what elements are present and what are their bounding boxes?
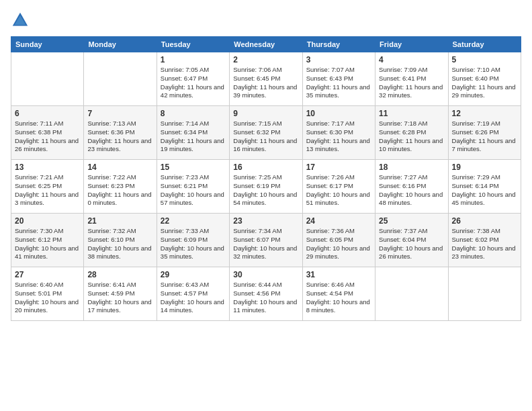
day-detail: Sunrise: 7:30 AM Sunset: 6:12 PM Dayligh… — [15, 227, 80, 261]
calendar-week-row: 6Sunrise: 7:11 AM Sunset: 6:38 PM Daylig… — [11, 106, 521, 160]
day-header-wednesday: Wednesday — [230, 37, 302, 52]
day-number: 18 — [379, 163, 444, 172]
calendar-table: SundayMondayTuesdayWednesdayThursdayFrid… — [11, 36, 521, 321]
calendar-cell: 13Sunrise: 7:21 AM Sunset: 6:25 PM Dayli… — [11, 160, 84, 214]
calendar-cell: 29Sunrise: 6:43 AM Sunset: 4:57 PM Dayli… — [157, 267, 229, 321]
day-detail: Sunrise: 7:13 AM Sunset: 6:36 PM Dayligh… — [87, 120, 152, 154]
day-detail: Sunrise: 7:07 AM Sunset: 6:43 PM Dayligh… — [306, 66, 371, 100]
day-number: 28 — [87, 270, 152, 279]
day-detail: Sunrise: 7:36 AM Sunset: 6:05 PM Dayligh… — [306, 227, 371, 261]
day-number: 20 — [15, 216, 80, 226]
calendar-cell: 1Sunrise: 7:05 AM Sunset: 6:47 PM Daylig… — [157, 52, 229, 106]
day-number: 25 — [379, 216, 444, 226]
day-header-sunday: Sunday — [11, 37, 84, 52]
day-detail: Sunrise: 7:23 AM Sunset: 6:21 PM Dayligh… — [161, 173, 226, 208]
day-detail: Sunrise: 7:21 AM Sunset: 6:25 PM Dayligh… — [15, 173, 80, 208]
calendar-week-row: 1Sunrise: 7:05 AM Sunset: 6:47 PM Daylig… — [11, 52, 521, 106]
day-header-monday: Monday — [84, 37, 157, 52]
day-detail: Sunrise: 6:46 AM Sunset: 4:54 PM Dayligh… — [306, 281, 371, 315]
day-number: 31 — [306, 270, 371, 279]
calendar-cell: 12Sunrise: 7:19 AM Sunset: 6:26 PM Dayli… — [448, 106, 521, 160]
calendar-cell: 30Sunrise: 6:44 AM Sunset: 4:56 PM Dayli… — [230, 267, 302, 321]
day-detail: Sunrise: 7:25 AM Sunset: 6:19 PM Dayligh… — [233, 173, 298, 208]
calendar-cell: 20Sunrise: 7:30 AM Sunset: 6:12 PM Dayli… — [11, 214, 84, 267]
day-number: 19 — [452, 163, 517, 172]
calendar-cell: 14Sunrise: 7:22 AM Sunset: 6:23 PM Dayli… — [84, 160, 157, 214]
day-number: 12 — [452, 109, 517, 118]
day-detail: Sunrise: 7:34 AM Sunset: 6:07 PM Dayligh… — [233, 227, 298, 261]
day-detail: Sunrise: 7:27 AM Sunset: 6:16 PM Dayligh… — [379, 173, 444, 208]
calendar-cell: 17Sunrise: 7:26 AM Sunset: 6:17 PM Dayli… — [302, 160, 375, 214]
calendar-cell: 18Sunrise: 7:27 AM Sunset: 6:16 PM Dayli… — [375, 160, 448, 214]
calendar-cell: 23Sunrise: 7:34 AM Sunset: 6:07 PM Dayli… — [230, 214, 302, 267]
day-detail: Sunrise: 6:43 AM Sunset: 4:57 PM Dayligh… — [161, 281, 226, 315]
page-header — [11, 11, 521, 30]
day-detail: Sunrise: 6:44 AM Sunset: 4:56 PM Dayligh… — [233, 281, 298, 315]
day-detail: Sunrise: 7:18 AM Sunset: 6:28 PM Dayligh… — [379, 120, 444, 154]
day-number: 9 — [233, 109, 298, 118]
day-number: 6 — [15, 109, 80, 118]
day-number: 16 — [233, 163, 298, 172]
day-number: 4 — [379, 55, 444, 64]
calendar-cell: 11Sunrise: 7:18 AM Sunset: 6:28 PM Dayli… — [375, 106, 448, 160]
calendar-week-row: 27Sunrise: 6:40 AM Sunset: 5:01 PM Dayli… — [11, 267, 521, 321]
day-detail: Sunrise: 6:41 AM Sunset: 4:59 PM Dayligh… — [87, 281, 152, 315]
day-detail: Sunrise: 7:29 AM Sunset: 6:14 PM Dayligh… — [452, 173, 517, 208]
day-number: 26 — [452, 216, 517, 226]
calendar-cell: 15Sunrise: 7:23 AM Sunset: 6:21 PM Dayli… — [157, 160, 229, 214]
day-header-thursday: Thursday — [302, 37, 375, 52]
calendar-cell — [84, 52, 157, 106]
calendar-cell — [11, 52, 84, 106]
calendar-cell: 4Sunrise: 7:09 AM Sunset: 6:41 PM Daylig… — [375, 52, 448, 106]
calendar-cell: 27Sunrise: 6:40 AM Sunset: 5:01 PM Dayli… — [11, 267, 84, 321]
calendar-cell: 9Sunrise: 7:15 AM Sunset: 6:32 PM Daylig… — [230, 106, 302, 160]
day-detail: Sunrise: 7:05 AM Sunset: 6:47 PM Dayligh… — [161, 66, 226, 100]
day-header-friday: Friday — [375, 37, 448, 52]
day-number: 22 — [161, 216, 226, 226]
day-detail: Sunrise: 7:10 AM Sunset: 6:40 PM Dayligh… — [452, 66, 517, 100]
day-header-saturday: Saturday — [448, 37, 521, 52]
calendar-cell: 8Sunrise: 7:14 AM Sunset: 6:34 PM Daylig… — [157, 106, 229, 160]
calendar-cell: 3Sunrise: 7:07 AM Sunset: 6:43 PM Daylig… — [302, 52, 375, 106]
day-number: 5 — [452, 55, 517, 64]
calendar-header-row: SundayMondayTuesdayWednesdayThursdayFrid… — [11, 37, 521, 52]
day-number: 8 — [161, 109, 226, 118]
day-header-tuesday: Tuesday — [157, 37, 229, 52]
day-number: 23 — [233, 216, 298, 226]
day-number: 3 — [306, 55, 371, 64]
day-number: 30 — [233, 270, 298, 279]
day-number: 13 — [15, 163, 80, 172]
day-detail: Sunrise: 7:17 AM Sunset: 6:30 PM Dayligh… — [306, 120, 371, 154]
calendar-cell — [448, 267, 521, 321]
calendar-cell: 10Sunrise: 7:17 AM Sunset: 6:30 PM Dayli… — [302, 106, 375, 160]
calendar-cell: 31Sunrise: 6:46 AM Sunset: 4:54 PM Dayli… — [302, 267, 375, 321]
day-detail: Sunrise: 7:26 AM Sunset: 6:17 PM Dayligh… — [306, 173, 371, 208]
calendar-cell: 28Sunrise: 6:41 AM Sunset: 4:59 PM Dayli… — [84, 267, 157, 321]
calendar-cell: 7Sunrise: 7:13 AM Sunset: 6:36 PM Daylig… — [84, 106, 157, 160]
calendar-cell: 22Sunrise: 7:33 AM Sunset: 6:09 PM Dayli… — [157, 214, 229, 267]
day-number: 2 — [233, 55, 298, 64]
day-detail: Sunrise: 7:15 AM Sunset: 6:32 PM Dayligh… — [233, 120, 298, 154]
day-detail: Sunrise: 7:37 AM Sunset: 6:04 PM Dayligh… — [379, 227, 444, 261]
calendar-cell: 19Sunrise: 7:29 AM Sunset: 6:14 PM Dayli… — [448, 160, 521, 214]
day-number: 10 — [306, 109, 371, 118]
day-number: 1 — [161, 55, 226, 64]
day-detail: Sunrise: 7:14 AM Sunset: 6:34 PM Dayligh… — [161, 120, 226, 154]
calendar-cell: 2Sunrise: 7:06 AM Sunset: 6:45 PM Daylig… — [230, 52, 302, 106]
day-detail: Sunrise: 7:19 AM Sunset: 6:26 PM Dayligh… — [452, 120, 517, 154]
calendar-week-row: 13Sunrise: 7:21 AM Sunset: 6:25 PM Dayli… — [11, 160, 521, 214]
day-detail: Sunrise: 7:11 AM Sunset: 6:38 PM Dayligh… — [15, 120, 80, 154]
calendar-cell: 6Sunrise: 7:11 AM Sunset: 6:38 PM Daylig… — [11, 106, 84, 160]
day-number: 17 — [306, 163, 371, 172]
calendar-week-row: 20Sunrise: 7:30 AM Sunset: 6:12 PM Dayli… — [11, 214, 521, 267]
calendar-cell: 5Sunrise: 7:10 AM Sunset: 6:40 PM Daylig… — [448, 52, 521, 106]
day-detail: Sunrise: 7:06 AM Sunset: 6:45 PM Dayligh… — [233, 66, 298, 100]
day-number: 11 — [379, 109, 444, 118]
day-number: 29 — [161, 270, 226, 279]
calendar-cell: 26Sunrise: 7:38 AM Sunset: 6:02 PM Dayli… — [448, 214, 521, 267]
day-detail: Sunrise: 6:40 AM Sunset: 5:01 PM Dayligh… — [15, 281, 80, 315]
calendar-cell: 24Sunrise: 7:36 AM Sunset: 6:05 PM Dayli… — [302, 214, 375, 267]
day-number: 14 — [87, 163, 152, 172]
day-number: 24 — [306, 216, 371, 226]
calendar-cell — [375, 267, 448, 321]
